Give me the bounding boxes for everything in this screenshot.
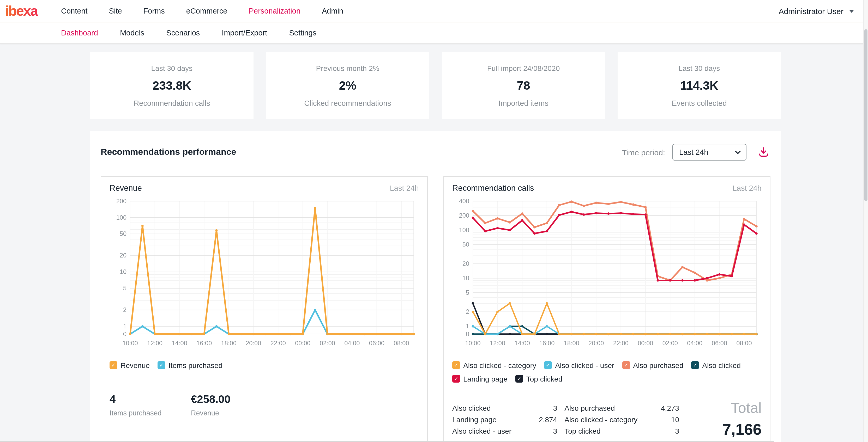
stat-value: 78 [517,78,530,93]
svg-text:10: 10 [120,268,126,275]
nav-item-admin[interactable]: Admin [322,7,343,15]
tab-settings[interactable]: Settings [289,29,316,37]
stat-card-events-collected: Last 30 days 114.3K Events collected [618,52,781,119]
summary-row-label: Also clicked - category [564,415,640,423]
summary-row-label: Landing page [452,415,518,423]
scrollbar[interactable] [863,0,868,442]
tab-dashboard[interactable]: Dashboard [61,29,98,37]
summary-row-label: Also clicked - user [452,427,518,435]
summary-row-value: 3 [647,427,679,435]
svg-text:400: 400 [459,198,469,205]
stat-caption: Previous month 2% [316,64,379,72]
svg-text:16:00: 16:00 [196,340,212,347]
svg-text:18:00: 18:00 [221,340,237,347]
summary-row-value: 2,874 [525,415,557,423]
legend-checkbox[interactable] [516,375,523,382]
svg-text:0: 0 [466,331,469,338]
legend-checkbox[interactable] [622,361,630,369]
stat-caption: Last 30 days [151,64,193,72]
svg-text:20:00: 20:00 [246,340,261,347]
stat-value: 2% [339,78,356,93]
legend-item: Also clicked [691,361,741,369]
page: ibexa Content Site Forms eCommerce Perso… [0,0,868,442]
personalization-sub-nav: Dashboard Models Scenarios Import/Export… [0,23,868,44]
nav-item-content[interactable]: Content [61,7,88,15]
time-period-select[interactable]: Last 24h [672,144,746,161]
legend-label: Also purchased [633,361,683,369]
nav-item-personalization[interactable]: Personalization [249,7,301,15]
svg-text:100: 100 [116,214,127,221]
tab-scenarios[interactable]: Scenarios [166,29,200,37]
svg-text:5: 5 [466,289,469,296]
section-divider [0,441,774,442]
summary-row-label: Also purchased [564,404,640,412]
stat-value: 114.3K [680,78,718,93]
summary-row-value: 10 [647,415,679,423]
svg-text:04:00: 04:00 [687,340,702,347]
total-label: Total [688,400,762,416]
time-period-controls: Time period: Last 24h [622,144,771,161]
calls-total: Total 7,166 [688,400,762,438]
svg-text:06:00: 06:00 [369,340,384,347]
svg-text:12:00: 12:00 [147,340,162,347]
nav-item-site[interactable]: Site [109,7,122,15]
legend-item: Also clicked - category [452,361,536,369]
revenue-legend: RevenueItems purchased [110,361,419,369]
legend-checkbox[interactable] [691,361,699,369]
dashboard-content: Last 30 days 233.8K Recommendation calls… [90,52,781,442]
legend-checkbox[interactable] [452,375,460,382]
summary-row-value: 4,273 [647,404,679,412]
svg-text:00:00: 00:00 [295,340,310,347]
legend-checkbox[interactable] [110,361,117,369]
items-purchased-summary: 4 Items purchased [110,393,168,417]
stat-label: Recommendation calls [133,99,210,107]
chevron-down-icon [849,9,855,13]
summary-value: €258.00 [191,393,249,405]
svg-text:20:00: 20:00 [588,340,604,347]
stat-cards-row: Last 30 days 233.8K Recommendation calls… [90,52,781,119]
total-value: 7,166 [688,420,762,438]
stat-card-recommendation-calls: Last 30 days 233.8K Recommendation calls [90,52,253,119]
svg-text:200: 200 [116,198,127,205]
legend-checkbox[interactable] [544,361,552,369]
recommendation-calls-chart: 400200100502010521010:0012:0014:0016:001… [452,197,762,351]
svg-text:0: 0 [123,331,126,338]
nav-item-forms[interactable]: Forms [144,7,165,15]
svg-text:5: 5 [123,285,126,292]
stat-caption: Full import 24/08/2020 [487,64,560,72]
user-menu[interactable]: Administrator User [779,6,855,15]
panel-title: Recommendation calls [452,183,534,193]
svg-text:06:00: 06:00 [712,340,727,347]
legend-checkbox[interactable] [452,361,460,369]
user-menu-label: Administrator User [779,6,843,15]
ibexa-logo[interactable]: ibexa [5,4,55,18]
legend-item: Also clicked - user [544,361,614,369]
panel-period: Last 24h [733,184,762,192]
recommendation-calls-panel: Recommendation calls Last 24h 4002001005… [443,176,771,442]
nav-item-ecommerce[interactable]: eCommerce [186,7,227,15]
calls-legend: Also clicked - categoryAlso clicked - us… [452,361,762,383]
summary-row-value: 3 [525,427,557,435]
svg-text:20: 20 [462,260,469,267]
legend-label: Revenue [121,361,150,369]
legend-label: Also clicked - category [463,361,536,369]
svg-text:10:00: 10:00 [465,340,480,347]
stat-card-imported-items: Full import 24/08/2020 78 Imported items [442,52,605,119]
stat-card-clicked-recommendations: Previous month 2% 2% Clicked recommendat… [266,52,429,119]
tab-models[interactable]: Models [120,29,145,37]
section-title: Recommendations performance [101,147,236,158]
download-button[interactable] [757,145,771,159]
svg-text:1: 1 [123,323,126,330]
download-icon [758,146,769,158]
main-nav: Content Site Forms eCommerce Personaliza… [61,7,343,15]
top-bar: ibexa Content Site Forms eCommerce Perso… [0,0,868,23]
svg-text:14:00: 14:00 [172,340,187,347]
svg-text:04:00: 04:00 [344,340,360,347]
legend-checkbox[interactable] [158,361,165,369]
scrollbar-thumb[interactable] [864,29,867,201]
svg-text:02:00: 02:00 [662,340,678,347]
summary-row-value: 3 [525,404,557,412]
chevron-down-icon [735,150,741,154]
legend-item: Landing page [452,374,507,383]
tab-import-export[interactable]: Import/Export [222,29,267,37]
